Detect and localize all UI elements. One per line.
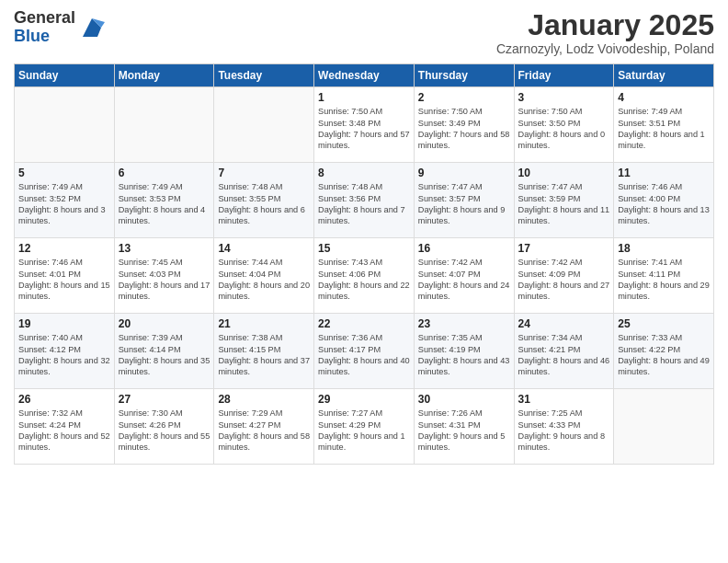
day-number: 30 bbox=[418, 393, 510, 406]
day-content: Sunrise: 7:32 AM Sunset: 4:24 PM Dayligh… bbox=[18, 408, 110, 454]
table-row: 11Sunrise: 7:46 AM Sunset: 4:00 PM Dayli… bbox=[614, 163, 714, 238]
day-content: Sunrise: 7:47 AM Sunset: 3:59 PM Dayligh… bbox=[518, 181, 610, 227]
day-content: Sunrise: 7:39 AM Sunset: 4:14 PM Dayligh… bbox=[119, 332, 210, 378]
day-content: Sunrise: 7:49 AM Sunset: 3:51 PM Dayligh… bbox=[618, 106, 710, 152]
title-block: January 2025 Czarnozyly, Lodz Voivodeshi… bbox=[496, 9, 714, 56]
table-row: 6Sunrise: 7:49 AM Sunset: 3:53 PM Daylig… bbox=[114, 163, 214, 238]
table-row: 24Sunrise: 7:34 AM Sunset: 4:21 PM Dayli… bbox=[514, 314, 614, 389]
table-row: 9Sunrise: 7:47 AM Sunset: 3:57 PM Daylig… bbox=[414, 163, 514, 238]
day-number: 28 bbox=[218, 393, 310, 406]
month-title: January 2025 bbox=[496, 9, 714, 41]
day-content: Sunrise: 7:25 AM Sunset: 4:33 PM Dayligh… bbox=[518, 408, 610, 454]
table-row: 13Sunrise: 7:45 AM Sunset: 4:03 PM Dayli… bbox=[114, 238, 214, 314]
day-content: Sunrise: 7:30 AM Sunset: 4:26 PM Dayligh… bbox=[119, 408, 210, 454]
logo-blue: Blue bbox=[14, 28, 75, 46]
day-content: Sunrise: 7:48 AM Sunset: 3:56 PM Dayligh… bbox=[318, 181, 410, 227]
day-content: Sunrise: 7:33 AM Sunset: 4:22 PM Dayligh… bbox=[618, 332, 710, 378]
table-row: 12Sunrise: 7:46 AM Sunset: 4:01 PM Dayli… bbox=[15, 238, 115, 314]
day-content: Sunrise: 7:34 AM Sunset: 4:21 PM Dayligh… bbox=[518, 332, 610, 378]
table-row bbox=[114, 87, 214, 163]
day-content: Sunrise: 7:42 AM Sunset: 4:09 PM Dayligh… bbox=[518, 257, 610, 303]
table-row: 17Sunrise: 7:42 AM Sunset: 4:09 PM Dayli… bbox=[514, 238, 614, 314]
day-number: 6 bbox=[119, 167, 210, 179]
table-row bbox=[15, 87, 115, 163]
day-number: 16 bbox=[418, 242, 510, 255]
day-number: 21 bbox=[218, 317, 310, 330]
day-content: Sunrise: 7:49 AM Sunset: 3:52 PM Dayligh… bbox=[18, 181, 110, 227]
calendar-table: Sunday Monday Tuesday Wednesday Thursday… bbox=[14, 63, 714, 465]
day-content: Sunrise: 7:26 AM Sunset: 4:31 PM Dayligh… bbox=[418, 408, 510, 454]
day-number: 10 bbox=[518, 167, 610, 179]
table-row: 21Sunrise: 7:38 AM Sunset: 4:15 PM Dayli… bbox=[214, 314, 314, 389]
day-number: 27 bbox=[119, 393, 210, 406]
table-row: 27Sunrise: 7:30 AM Sunset: 4:26 PM Dayli… bbox=[114, 389, 214, 465]
day-number: 25 bbox=[618, 317, 710, 330]
logo-text: General Blue bbox=[14, 9, 75, 46]
calendar-week-row: 12Sunrise: 7:46 AM Sunset: 4:01 PM Dayli… bbox=[15, 238, 714, 314]
table-row: 31Sunrise: 7:25 AM Sunset: 4:33 PM Dayli… bbox=[514, 389, 614, 465]
day-content: Sunrise: 7:43 AM Sunset: 4:06 PM Dayligh… bbox=[318, 257, 410, 303]
day-content: Sunrise: 7:46 AM Sunset: 4:00 PM Dayligh… bbox=[618, 181, 710, 227]
col-tuesday: Tuesday bbox=[214, 64, 314, 87]
day-number: 26 bbox=[18, 393, 110, 406]
col-friday: Friday bbox=[514, 64, 614, 87]
page: General Blue January 2025 Czarnozyly, Lo… bbox=[0, 0, 728, 563]
day-content: Sunrise: 7:49 AM Sunset: 3:53 PM Dayligh… bbox=[119, 181, 210, 227]
day-content: Sunrise: 7:45 AM Sunset: 4:03 PM Dayligh… bbox=[119, 257, 210, 303]
day-number: 13 bbox=[119, 242, 210, 255]
day-number: 9 bbox=[418, 167, 510, 179]
table-row: 19Sunrise: 7:40 AM Sunset: 4:12 PM Dayli… bbox=[15, 314, 115, 389]
table-row: 4Sunrise: 7:49 AM Sunset: 3:51 PM Daylig… bbox=[614, 87, 714, 163]
day-number: 12 bbox=[18, 242, 110, 255]
day-content: Sunrise: 7:35 AM Sunset: 4:19 PM Dayligh… bbox=[418, 332, 510, 378]
day-number: 4 bbox=[618, 91, 710, 104]
col-monday: Monday bbox=[114, 64, 214, 87]
logo: General Blue bbox=[14, 9, 105, 46]
col-thursday: Thursday bbox=[414, 64, 514, 87]
day-number: 20 bbox=[119, 317, 210, 330]
day-number: 5 bbox=[18, 167, 110, 179]
day-number: 14 bbox=[218, 242, 310, 255]
day-content: Sunrise: 7:29 AM Sunset: 4:27 PM Dayligh… bbox=[218, 408, 310, 454]
header: General Blue January 2025 Czarnozyly, Lo… bbox=[14, 9, 714, 56]
table-row: 2Sunrise: 7:50 AM Sunset: 3:49 PM Daylig… bbox=[414, 87, 514, 163]
table-row: 30Sunrise: 7:26 AM Sunset: 4:31 PM Dayli… bbox=[414, 389, 514, 465]
day-number: 1 bbox=[318, 91, 410, 104]
day-content: Sunrise: 7:48 AM Sunset: 3:55 PM Dayligh… bbox=[218, 181, 310, 227]
table-row bbox=[614, 389, 714, 465]
day-number: 24 bbox=[518, 317, 610, 330]
day-number: 15 bbox=[318, 242, 410, 255]
table-row: 22Sunrise: 7:36 AM Sunset: 4:17 PM Dayli… bbox=[314, 314, 415, 389]
calendar-week-row: 26Sunrise: 7:32 AM Sunset: 4:24 PM Dayli… bbox=[15, 389, 714, 465]
day-number: 29 bbox=[318, 393, 410, 406]
logo-icon bbox=[79, 15, 105, 40]
day-number: 23 bbox=[418, 317, 510, 330]
table-row: 23Sunrise: 7:35 AM Sunset: 4:19 PM Dayli… bbox=[414, 314, 514, 389]
table-row: 14Sunrise: 7:44 AM Sunset: 4:04 PM Dayli… bbox=[214, 238, 314, 314]
table-row: 28Sunrise: 7:29 AM Sunset: 4:27 PM Dayli… bbox=[214, 389, 314, 465]
table-row: 18Sunrise: 7:41 AM Sunset: 4:11 PM Dayli… bbox=[614, 238, 714, 314]
table-row: 1Sunrise: 7:50 AM Sunset: 3:48 PM Daylig… bbox=[314, 87, 415, 163]
table-row: 10Sunrise: 7:47 AM Sunset: 3:59 PM Dayli… bbox=[514, 163, 614, 238]
col-saturday: Saturday bbox=[614, 64, 714, 87]
day-number: 2 bbox=[418, 91, 510, 104]
table-row: 8Sunrise: 7:48 AM Sunset: 3:56 PM Daylig… bbox=[314, 163, 415, 238]
day-number: 22 bbox=[318, 317, 410, 330]
day-number: 31 bbox=[518, 393, 610, 406]
day-content: Sunrise: 7:40 AM Sunset: 4:12 PM Dayligh… bbox=[18, 332, 110, 378]
day-number: 18 bbox=[618, 242, 710, 255]
day-content: Sunrise: 7:27 AM Sunset: 4:29 PM Dayligh… bbox=[318, 408, 410, 454]
day-number: 17 bbox=[518, 242, 610, 255]
table-row: 25Sunrise: 7:33 AM Sunset: 4:22 PM Dayli… bbox=[614, 314, 714, 389]
calendar-header-row: Sunday Monday Tuesday Wednesday Thursday… bbox=[15, 64, 714, 87]
col-sunday: Sunday bbox=[15, 64, 115, 87]
table-row: 3Sunrise: 7:50 AM Sunset: 3:50 PM Daylig… bbox=[514, 87, 614, 163]
day-content: Sunrise: 7:50 AM Sunset: 3:48 PM Dayligh… bbox=[318, 106, 410, 152]
day-content: Sunrise: 7:44 AM Sunset: 4:04 PM Dayligh… bbox=[218, 257, 310, 303]
logo-general: General bbox=[14, 9, 75, 28]
table-row: 26Sunrise: 7:32 AM Sunset: 4:24 PM Dayli… bbox=[15, 389, 115, 465]
table-row: 29Sunrise: 7:27 AM Sunset: 4:29 PM Dayli… bbox=[314, 389, 415, 465]
day-content: Sunrise: 7:50 AM Sunset: 3:50 PM Dayligh… bbox=[518, 106, 610, 152]
table-row: 15Sunrise: 7:43 AM Sunset: 4:06 PM Dayli… bbox=[314, 238, 415, 314]
calendar-week-row: 19Sunrise: 7:40 AM Sunset: 4:12 PM Dayli… bbox=[15, 314, 714, 389]
